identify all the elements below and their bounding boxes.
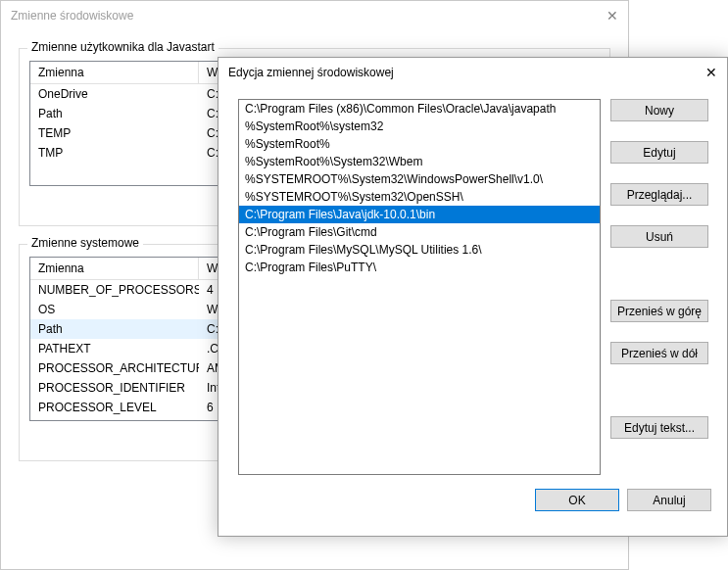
list-item[interactable]: C:\Program Files\Git\cmd <box>239 223 600 241</box>
cell-variable: TMP <box>30 144 199 162</box>
close-icon[interactable]: ✕ <box>705 65 717 80</box>
group-label: Zmienne użytkownika dla Javastart <box>27 40 218 54</box>
list-item[interactable]: %SYSTEMROOT%\System32\OpenSSH\ <box>239 188 600 206</box>
cell-variable: NUMBER_OF_PROCESSORS <box>30 281 199 299</box>
cell-variable: OS <box>30 301 199 318</box>
list-item[interactable]: %SYSTEMROOT%\System32\WindowsPowerShell\… <box>239 170 600 188</box>
edit-env-var-dialog: Edycja zmiennej środowiskowej ✕ C:\Progr… <box>218 57 728 537</box>
path-entries-list[interactable]: C:\Program Files (x86)\Common Files\Orac… <box>238 99 601 475</box>
ok-button[interactable]: OK <box>535 489 619 511</box>
list-item[interactable]: %SystemRoot%\system32 <box>239 118 600 135</box>
column-variable[interactable]: Zmienna <box>30 62 199 83</box>
dialog-title: Zmienne środowiskowe <box>11 9 133 23</box>
delete-button[interactable]: Usuń <box>610 225 708 248</box>
dialog-footer: OK Anuluj <box>218 483 727 525</box>
cell-variable: TEMP <box>30 124 199 142</box>
list-item[interactable]: C:\Program Files\Java\jdk-10.0.1\bin <box>239 206 600 223</box>
group-label: Zmienne systemowe <box>27 236 143 250</box>
move-up-button[interactable]: Przenieś w górę <box>610 300 708 322</box>
edit-text-button[interactable]: Edytuj tekst... <box>610 416 708 439</box>
edit-button[interactable]: Edytuj <box>610 141 708 164</box>
cell-variable: PATHEXT <box>30 340 199 357</box>
list-item[interactable]: %SystemRoot%\System32\Wbem <box>239 153 600 170</box>
title-bar: Edycja zmiennej środowiskowej ✕ <box>218 58 727 87</box>
title-bar: Zmienne środowiskowe ✕ <box>1 1 628 30</box>
cell-variable: OneDrive <box>30 85 199 103</box>
browse-button[interactable]: Przeglądaj... <box>610 183 708 206</box>
column-variable[interactable]: Zmienna <box>30 258 199 279</box>
dialog-title: Edycja zmiennej środowiskowej <box>228 66 394 79</box>
cell-variable: PROCESSOR_IDENTIFIER <box>30 379 199 397</box>
move-down-button[interactable]: Przenieś w dół <box>610 342 708 364</box>
cell-variable: PROCESSOR_LEVEL <box>30 399 199 416</box>
cancel-button[interactable]: Anuluj <box>627 489 711 511</box>
list-item[interactable]: %SystemRoot% <box>239 135 600 153</box>
cell-variable: Path <box>30 105 199 122</box>
cell-variable: PROCESSOR_ARCHITECTURE <box>30 359 199 377</box>
list-item[interactable]: C:\Program Files (x86)\Common Files\Orac… <box>239 100 600 118</box>
cell-variable: Path <box>30 320 199 338</box>
close-icon[interactable]: ✕ <box>607 8 618 24</box>
list-item[interactable]: C:\Program Files\PuTTY\ <box>239 259 600 276</box>
side-buttons: Nowy Edytuj Przeglądaj... Usuń Przenieś … <box>610 99 708 475</box>
list-item[interactable]: C:\Program Files\MySQL\MySQL Utilities 1… <box>239 241 600 259</box>
new-button[interactable]: Nowy <box>610 99 708 121</box>
